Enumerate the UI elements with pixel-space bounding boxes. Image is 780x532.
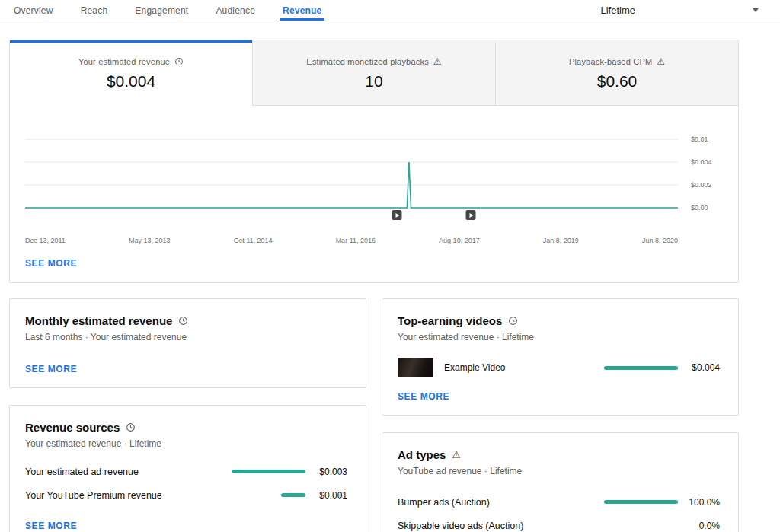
- see-more-link-chart[interactable]: SEE MORE: [25, 258, 77, 269]
- table-row[interactable]: Your estimated ad revenue $0.003: [25, 460, 347, 483]
- card-title: Top-earning videos: [398, 314, 502, 327]
- x-axis-label: Mar 11, 2016: [336, 237, 376, 244]
- tab-revenue-label: Revenue: [283, 5, 321, 16]
- metric-tab-estimated-revenue[interactable]: Your estimated revenue $0.004: [10, 40, 252, 106]
- tab-audience[interactable]: Audience: [216, 0, 255, 21]
- card-subtitle: Your estimated revenue · Lifetime: [398, 332, 720, 342]
- metric-value: $0.60: [597, 72, 638, 91]
- bar-track: [604, 524, 678, 527]
- table-row[interactable]: Example Video $0.004: [398, 358, 720, 377]
- value-bar: [604, 366, 678, 370]
- y-axis-label: $0.00: [691, 204, 708, 212]
- y-axis-label: $0.004: [691, 158, 712, 166]
- row-label: Your YouTube Premium revenue: [25, 490, 232, 501]
- revenue-line-chart[interactable]: [25, 118, 678, 232]
- bar-track: [604, 366, 678, 370]
- left-column: Monthly estimated revenue Last 6 months …: [9, 298, 366, 532]
- x-axis-label: Oct 11, 2014: [234, 237, 273, 244]
- metric-label: Your estimated revenue: [78, 57, 170, 66]
- tab-overview-label: Overview: [14, 5, 53, 16]
- card-subtitle: YouTube ad revenue · Lifetime: [398, 466, 720, 476]
- tab-reach-label: Reach: [81, 5, 108, 16]
- clock-icon: [126, 422, 136, 432]
- date-range-selector[interactable]: Lifetime: [600, 5, 635, 16]
- bar-track: [604, 500, 678, 504]
- table-row[interactable]: Bumper ads (Auction) 100.0%: [398, 490, 720, 514]
- tab-engagement-label: Engagement: [135, 5, 188, 16]
- table-row[interactable]: Skippable video ads (Auction) 0.0%: [398, 514, 720, 532]
- metric-label: Estimated monetized playbacks: [306, 57, 429, 66]
- x-axis-label: Jan 8, 2019: [543, 237, 579, 244]
- card-subtitle: Last 6 months · Your estimated revenue: [25, 332, 347, 342]
- video-thumbnail[interactable]: [398, 358, 433, 377]
- y-axis-label: $0.01: [691, 135, 708, 143]
- see-more-link-monthly[interactable]: SEE MORE: [25, 364, 77, 374]
- x-axis-label: May 13, 2013: [129, 237, 171, 244]
- play-icon: [469, 213, 473, 218]
- bar-track: [232, 470, 305, 473]
- metric-tab-monetized-playbacks[interactable]: Estimated monetized playbacks ⚠ 10: [252, 40, 495, 106]
- see-more-link-revenue-sources[interactable]: SEE MORE: [25, 521, 77, 531]
- x-axis-labels: Dec 13, 2011May 13, 2013Oct 11, 2014Mar …: [25, 237, 678, 244]
- video-publish-marker[interactable]: [392, 210, 402, 220]
- clock-icon: [508, 316, 518, 326]
- row-value: $0.001: [305, 490, 347, 501]
- row-label: Bumper ads (Auction): [398, 497, 604, 508]
- video-title: Example Video: [444, 362, 604, 373]
- warning-icon: ⚠: [433, 57, 442, 66]
- bar-track: [232, 493, 305, 497]
- chevron-down-icon[interactable]: [753, 8, 759, 12]
- metric-value: $0.004: [107, 72, 155, 91]
- card-title: Ad types: [398, 448, 446, 461]
- metric-label: Playback-based CPM: [569, 57, 652, 66]
- table-row[interactable]: Your YouTube Premium revenue $0.001: [25, 483, 347, 507]
- see-more-link-top-earning[interactable]: SEE MORE: [398, 391, 449, 402]
- metric-value: 10: [365, 72, 382, 91]
- row-label: Skippable video ads (Auction): [398, 521, 604, 531]
- value-bar: [232, 470, 305, 473]
- play-icon: [395, 213, 399, 218]
- clock-icon: [174, 57, 184, 66]
- card-subtitle: Your estimated revenue · Lifetime: [25, 438, 347, 449]
- row-label: Your estimated ad revenue: [25, 467, 232, 477]
- chart-area: $0.01$0.004$0.002$0.00: [10, 106, 738, 232]
- row-value: $0.003: [305, 467, 347, 477]
- card-title: Monthly estimated revenue: [25, 314, 172, 327]
- warning-icon: ⚠: [657, 57, 665, 66]
- tab-revenue[interactable]: Revenue: [283, 0, 321, 21]
- revenue-chart-svg: [25, 118, 678, 232]
- revenue-sources-card: Revenue sources Your estimated revenue ·…: [9, 405, 366, 532]
- row-value: $0.004: [678, 362, 720, 373]
- x-axis-label: Jun 8, 2020: [642, 237, 678, 244]
- tab-audience-label: Audience: [216, 5, 255, 16]
- revenue-chart-card: Your estimated revenue $0.004 Estimated …: [9, 40, 739, 283]
- tab-overview[interactable]: Overview: [14, 0, 53, 21]
- metric-tab-bar: Your estimated revenue $0.004 Estimated …: [10, 40, 738, 106]
- top-earning-videos-card: Top-earning videos Your estimated revenu…: [382, 298, 739, 416]
- warning-icon: ⚠: [452, 450, 461, 460]
- tab-reach[interactable]: Reach: [81, 0, 108, 21]
- tab-engagement[interactable]: Engagement: [135, 0, 188, 21]
- video-publish-marker[interactable]: [466, 210, 476, 220]
- row-value: 100.0%: [678, 497, 720, 508]
- row-value: 0.0%: [678, 521, 720, 531]
- x-axis-label: Aug 10, 2017: [439, 237, 480, 244]
- y-axis-labels: $0.01$0.004$0.002$0.00: [678, 118, 738, 232]
- right-column: Top-earning videos Your estimated revenu…: [382, 298, 739, 532]
- lower-cards: Monthly estimated revenue Last 6 months …: [9, 298, 739, 532]
- x-axis-label: Dec 13, 2011: [25, 237, 66, 244]
- value-bar: [604, 500, 678, 504]
- value-bar: [281, 493, 305, 497]
- card-title: Revenue sources: [25, 421, 120, 434]
- analytics-tab-bar: Overview Reach Engagement Audience Reven…: [14, 0, 321, 21]
- ad-types-card: Ad types ⚠ YouTube ad revenue · Lifetime…: [382, 432, 739, 532]
- monthly-estimated-revenue-card: Monthly estimated revenue Last 6 months …: [9, 298, 366, 388]
- metric-tab-playback-cpm[interactable]: Playback-based CPM ⚠ $0.60: [495, 40, 738, 106]
- clock-icon: [178, 316, 188, 326]
- y-axis-label: $0.002: [691, 181, 712, 189]
- analytics-top-nav: Overview Reach Engagement Audience Reven…: [0, 0, 780, 21]
